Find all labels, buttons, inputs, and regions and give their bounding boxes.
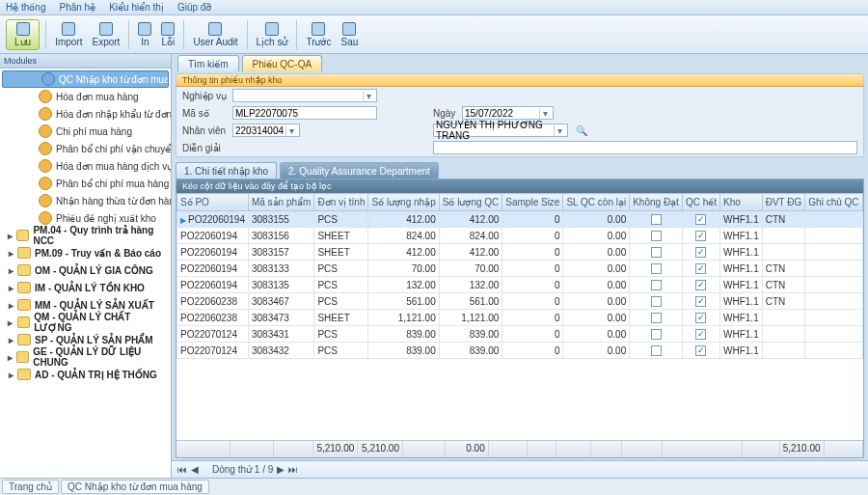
- checkbox[interactable]: [695, 231, 706, 241]
- table-cell[interactable]: 3083473/220715/001: [862, 310, 863, 326]
- column-header[interactable]: Số lượng nhập: [368, 194, 439, 211]
- table-cell[interactable]: [630, 244, 683, 261]
- table-cell[interactable]: [805, 310, 862, 326]
- ngay-field[interactable]: 15/07/2022▾: [462, 106, 554, 120]
- workspace-tab-qc[interactable]: QC Nhập kho từ đơn mua hàng: [61, 480, 209, 494]
- column-header[interactable]: Sample Size: [502, 194, 563, 211]
- table-cell[interactable]: 3083467/220715/001: [862, 293, 863, 310]
- column-header[interactable]: SL QC còn lại: [563, 194, 630, 211]
- table-cell[interactable]: [805, 244, 862, 261]
- error-button[interactable]: Lỗi: [158, 22, 177, 47]
- table-row[interactable]: PO220601943083133PCS70.0070.0000.00WHF1.…: [177, 261, 864, 277]
- table-cell[interactable]: PO22070124: [177, 326, 249, 343]
- table-cell[interactable]: [682, 261, 719, 277]
- nav-next-icon[interactable]: ▶: [277, 464, 285, 475]
- sidebar-group[interactable]: ▸AD - QUẢN TRỊ HỆ THỐNG: [0, 366, 171, 383]
- table-cell[interactable]: [682, 244, 719, 261]
- nhanvien-code-field[interactable]: 220314004▾: [232, 124, 300, 137]
- table-row[interactable]: PO220601943083135PCS132.00132.0000.00WHF…: [177, 277, 864, 293]
- diengiai-field[interactable]: [433, 141, 857, 154]
- column-header[interactable]: Số lượng QC: [439, 194, 502, 211]
- table-cell[interactable]: 1,121.00: [439, 310, 502, 326]
- table-cell[interactable]: 3083155/220715/001: [862, 211, 863, 228]
- nav-first-icon[interactable]: ⏮: [177, 464, 187, 475]
- column-header[interactable]: Đơn vị tính: [314, 194, 368, 211]
- subtab-chitiet[interactable]: 1. Chi tiết nhập kho: [176, 162, 277, 179]
- table-cell[interactable]: 0.00: [563, 343, 630, 359]
- module-tree[interactable]: QC Nhập kho từ đơn mua hàngHóa đơn mua h…: [0, 69, 171, 478]
- table-cell[interactable]: 132.00: [368, 277, 439, 293]
- table-cell[interactable]: PCS: [314, 293, 368, 310]
- table-cell[interactable]: 0.00: [563, 261, 630, 277]
- expand-icon[interactable]: ▸: [6, 317, 15, 328]
- table-cell[interactable]: 3083431: [248, 326, 313, 343]
- workspace-tab-home[interactable]: Trang chủ: [2, 480, 59, 494]
- table-cell[interactable]: [805, 277, 862, 293]
- sidebar-group[interactable]: ▸PM.04 - Quy trình trả hàng NCC: [0, 227, 171, 244]
- table-cell[interactable]: [682, 343, 719, 359]
- table-cell[interactable]: 561.00: [439, 293, 502, 310]
- table-cell[interactable]: SHEET: [314, 228, 368, 244]
- expand-icon[interactable]: ▸: [6, 335, 15, 345]
- table-cell[interactable]: 839.00: [439, 343, 502, 359]
- table-cell[interactable]: PO22060194: [177, 277, 249, 293]
- grid-group-bar[interactable]: Kéo cột dữ liệu vào đây để tạo bộ lọc: [176, 179, 863, 193]
- chevron-down-icon[interactable]: ▾: [554, 125, 565, 136]
- table-cell[interactable]: CTN: [762, 293, 805, 310]
- table-cell[interactable]: 839.00: [368, 343, 439, 359]
- table-cell[interactable]: [805, 211, 862, 228]
- subtab-qa[interactable]: 2. Quality Assurance Department: [280, 162, 439, 179]
- table-cell[interactable]: [682, 211, 719, 228]
- table-cell[interactable]: 0: [502, 343, 563, 359]
- table-cell[interactable]: 3083133/220715/001: [862, 261, 863, 277]
- table-cell[interactable]: 0.00: [563, 244, 630, 261]
- table-cell[interactable]: 561.00: [368, 293, 439, 310]
- table-cell[interactable]: [682, 326, 719, 343]
- table-cell[interactable]: SHEET: [314, 310, 368, 326]
- table-row[interactable]: PO220601943083157SHEET412.00412.0000.00W…: [177, 244, 864, 261]
- table-cell[interactable]: 3083431/220715/001: [862, 326, 863, 343]
- sidebar-group[interactable]: ▸OM - QUẢN LÝ GIA CÔNG: [0, 261, 171, 279]
- table-cell[interactable]: 3083473: [248, 310, 313, 326]
- checkbox[interactable]: [651, 296, 662, 307]
- expand-icon[interactable]: ▸: [6, 231, 14, 241]
- table-cell[interactable]: 3083157/220715/001: [862, 244, 863, 261]
- table-cell[interactable]: [682, 293, 719, 310]
- table-cell[interactable]: 412.00: [368, 211, 439, 228]
- column-header[interactable]: ĐVT ĐG: [762, 194, 805, 211]
- table-cell[interactable]: [762, 244, 805, 261]
- table-cell[interactable]: [630, 293, 683, 310]
- checkbox[interactable]: [651, 247, 662, 258]
- column-header[interactable]: Ghi chú QC: [805, 194, 862, 211]
- sidebar-group[interactable]: ▸IM - QUẢN LÝ TỒN KHO: [0, 279, 171, 296]
- table-cell[interactable]: PO22060238: [177, 293, 249, 310]
- nghiepvu-field[interactable]: ▾: [232, 89, 377, 102]
- menu-view[interactable]: Kiểu hiển thị: [109, 2, 164, 13]
- nhanvien-name-field[interactable]: NGUYỄN THỊ PHƯƠNG TRANG▾: [433, 124, 568, 137]
- table-cell[interactable]: PO22060194: [177, 211, 249, 228]
- table-cell[interactable]: [630, 261, 683, 277]
- table-cell[interactable]: 839.00: [368, 326, 439, 343]
- tab-qcqa[interactable]: Phiếu QC-QA: [242, 55, 323, 71]
- import-button[interactable]: Import: [52, 22, 85, 47]
- menu-help[interactable]: Giúp đỡ: [177, 2, 211, 13]
- table-cell[interactable]: WHF1.1: [720, 310, 763, 326]
- table-cell[interactable]: 3083432: [248, 343, 313, 359]
- table-cell[interactable]: 3083155: [248, 211, 313, 228]
- table-row[interactable]: PO220602383083467PCS561.00561.0000.00WHF…: [177, 293, 864, 310]
- checkbox[interactable]: [651, 329, 662, 340]
- search-icon[interactable]: 🔍: [576, 125, 587, 136]
- table-cell[interactable]: PCS: [314, 277, 368, 293]
- sidebar-item[interactable]: Chi phí mua hàng: [0, 123, 171, 140]
- checkbox[interactable]: [651, 313, 662, 323]
- print-button[interactable]: In: [135, 22, 154, 47]
- checkbox[interactable]: [651, 263, 662, 274]
- table-cell[interactable]: WHF1.1: [720, 326, 763, 343]
- table-cell[interactable]: 3083157: [248, 244, 313, 261]
- table-cell[interactable]: PCS: [314, 343, 368, 359]
- checkbox[interactable]: [695, 247, 706, 258]
- checkbox[interactable]: [651, 214, 662, 225]
- table-cell[interactable]: 412.00: [368, 244, 439, 261]
- chevron-down-icon[interactable]: ▾: [285, 125, 297, 136]
- tab-search[interactable]: Tìm kiếm: [177, 55, 239, 71]
